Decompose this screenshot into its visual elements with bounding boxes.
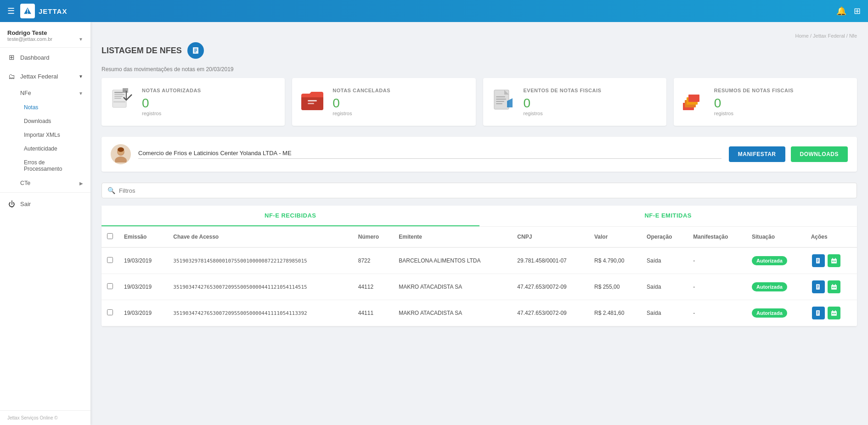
- search-icon: 🔍: [107, 187, 115, 194]
- svg-rect-23: [496, 103, 502, 104]
- downloads-button[interactable]: DOWNLOADS: [791, 146, 848, 162]
- row-checkbox[interactable]: [107, 283, 113, 289]
- sidebar-item-cte[interactable]: CTe ▶: [0, 176, 90, 190]
- svg-rect-60: [832, 313, 833, 314]
- company-buttons: MANIFESTAR DOWNLOADS: [729, 146, 848, 162]
- header-situacao: Situação: [746, 227, 806, 247]
- autenticidade-label: Autenticidade: [24, 145, 57, 152]
- header-emissao: Emissão: [118, 227, 168, 247]
- stat-card-notas-canceladas: NOTAS CANCELADAS 0 registros: [292, 78, 475, 126]
- header-operacao: Operação: [641, 227, 688, 247]
- svg-rect-9: [114, 92, 123, 93]
- search-input[interactable]: [119, 187, 851, 194]
- sidebar-item-jettax-federal[interactable]: 🗂 Jettax Federal ▼: [0, 67, 90, 86]
- sidebar-item-importar-xmls[interactable]: Importar XMLs: [0, 128, 90, 142]
- eventos-fiscais-content: EVENTOS DE NOTAS FISCAIS 0 registros: [524, 88, 659, 116]
- user-chevron-icon[interactable]: ▼: [79, 37, 83, 42]
- resumos-fiscais-icon: [681, 87, 707, 117]
- nfe-label: NFe: [20, 90, 31, 96]
- sidebar-item-autenticidade[interactable]: Autenticidade: [0, 142, 90, 156]
- user-email: teste@jettax.com.br: [7, 36, 52, 42]
- sidebar-footer: Jettax Serviços Online ©: [0, 410, 90, 425]
- row-chave: 3519034742765300720955005000044112105411…: [168, 274, 352, 300]
- sidebar-item-nfe[interactable]: NFe ▼: [0, 86, 90, 101]
- user-name: Rodrigo Teste: [7, 29, 83, 36]
- notas-autorizadas-content: NOTAS AUTORIZADAS 0 registros: [142, 88, 277, 116]
- folder-icon: 🗂: [7, 73, 16, 80]
- sidebar-item-label: Jettax Federal: [20, 73, 58, 80]
- svg-rect-16: [308, 100, 317, 101]
- row-cnpj: 29.781.458/0001-07: [512, 247, 589, 274]
- stats-row: NOTAS AUTORIZADAS 0 registros NOTAS CANC…: [101, 78, 857, 126]
- eventos-fiscais-sub: registros: [524, 111, 659, 116]
- action-cal-button[interactable]: [828, 254, 840, 267]
- notas-canceladas-content: NOTAS CANCELADAS 0 registros: [333, 88, 468, 116]
- svg-rect-10: [114, 94, 124, 95]
- row-situacao: Autorizada: [746, 300, 806, 326]
- manifestar-button[interactable]: MANIFESTAR: [729, 146, 785, 162]
- sidebar-item-downloads[interactable]: Downloads: [0, 114, 90, 128]
- sair-label: Sair: [20, 201, 31, 207]
- resumos-fiscais-content: RESUMOS DE NOTAS FISCAIS 0 registros: [714, 88, 850, 116]
- tab-nfe-recebidas[interactable]: NF-E RECIBIDAS: [101, 206, 479, 226]
- svg-rect-17: [308, 103, 314, 104]
- row-checkbox[interactable]: [107, 257, 113, 263]
- svg-rect-11: [114, 96, 123, 97]
- row-acoes: [806, 274, 857, 300]
- notas-label: Notas: [24, 104, 38, 111]
- grid-icon[interactable]: ⊞: [854, 6, 861, 16]
- svg-point-32: [118, 147, 124, 152]
- row-numero: 44111: [353, 300, 393, 326]
- svg-rect-61: [834, 313, 834, 314]
- page-header: LISTAGEM DE NFES: [101, 42, 857, 59]
- row-emitente: BARCELONA ALIMENTOS LTDA: [393, 247, 512, 274]
- row-manifestacao: -: [688, 247, 746, 274]
- sidebar-item-sair[interactable]: ⏻ Sair: [0, 195, 90, 213]
- hamburger-icon[interactable]: ☰: [7, 6, 15, 16]
- action-doc-button[interactable]: [812, 307, 825, 319]
- action-cal-button[interactable]: [828, 280, 840, 293]
- eventos-fiscais-icon: [490, 87, 516, 117]
- user-email-row: teste@jettax.com.br ▼: [7, 36, 83, 42]
- company-select-wrapper: Comercio de Frios e Laticinios Center Yo…: [138, 150, 721, 159]
- table-header-row: Emissão Chave de Acesso Número Emitente …: [101, 227, 857, 247]
- stat-card-eventos-fiscais: EVENTOS DE NOTAS FISCAIS 0 registros: [483, 78, 666, 126]
- action-doc-button[interactable]: [812, 280, 825, 293]
- svg-rect-62: [835, 313, 836, 314]
- cte-label: CTe: [20, 180, 30, 186]
- row-valor: R$ 4.790,00: [589, 247, 641, 274]
- search-row: 🔍: [101, 183, 857, 198]
- select-all-checkbox[interactable]: [107, 233, 113, 239]
- svg-rect-12: [114, 98, 121, 99]
- main-content: Home / Jettax Federal / Nfe LISTAGEM DE …: [90, 22, 868, 425]
- header-emitente: Emitente: [393, 227, 512, 247]
- nav-divider: [0, 192, 90, 193]
- nfe-table: Emissão Chave de Acesso Número Emitente …: [101, 227, 857, 326]
- row-situacao: Autorizada: [746, 247, 806, 274]
- sidebar-item-erros-processamento[interactable]: Erros de Processamento: [0, 156, 90, 176]
- row-checkbox[interactable]: [107, 309, 113, 315]
- svg-rect-50: [832, 287, 833, 288]
- user-section: Rodrigo Teste teste@jettax.com.br ▼: [0, 22, 90, 48]
- header-numero: Número: [353, 227, 393, 247]
- tab-nfe-emitidas[interactable]: NF-E EMITIDAS: [479, 206, 857, 226]
- action-doc-button[interactable]: [812, 254, 825, 267]
- row-manifestacao: -: [688, 274, 746, 300]
- row-situacao: Autorizada: [746, 274, 806, 300]
- row-emissao: 19/03/2019: [118, 247, 168, 274]
- logo-text: JETTAX: [39, 7, 67, 15]
- notas-canceladas-label: NOTAS CANCELADAS: [333, 88, 468, 93]
- sidebar-item-dashboard[interactable]: ⊞ Dashboard: [0, 48, 90, 67]
- breadcrumb: Home / Jettax Federal / Nfe: [101, 33, 857, 39]
- notas-autorizadas-sub: registros: [142, 111, 277, 116]
- company-select[interactable]: Comercio de Frios e Laticinios Center Yo…: [138, 150, 721, 157]
- row-operacao: Saída: [641, 300, 688, 326]
- svg-rect-42: [835, 261, 836, 262]
- row-checkbox-cell: [101, 300, 118, 326]
- bell-icon[interactable]: 🔔: [836, 6, 846, 16]
- sidebar-item-notas[interactable]: Notas: [0, 101, 90, 114]
- action-cal-button[interactable]: [828, 307, 840, 319]
- row-cnpj: 47.427.653/0072-09: [512, 274, 589, 300]
- row-chave: 3519032978145800010755001000008722127898…: [168, 247, 352, 274]
- table-row: 19/03/2019 35190329781458000107550010000…: [101, 247, 857, 274]
